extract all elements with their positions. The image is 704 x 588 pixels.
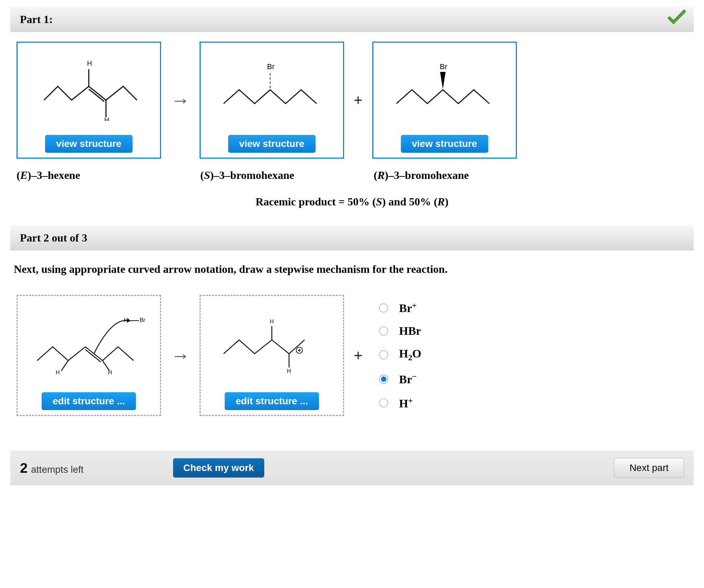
edit-structure-button-2[interactable]: edit structure ... — [225, 392, 319, 410]
mechanism-edit-box-1: H H H Br edit structure ... — [17, 295, 161, 416]
structure-box-3: Br view structure — [372, 42, 517, 159]
svg-line-0 — [89, 86, 106, 100]
structure-label-3: (R)–3–bromohexane — [374, 169, 518, 182]
svg-marker-11 — [440, 72, 446, 89]
byproduct-radio-group: Br+ HBr H2O Br− H+ — [372, 301, 422, 410]
radio-option-br-plus[interactable]: Br+ — [379, 301, 422, 315]
radio-label-br-plus: Br+ — [399, 301, 417, 315]
radio-label-br-minus: Br− — [399, 372, 417, 386]
svg-text:Br: Br — [440, 62, 447, 71]
mechanism-drawing-1: H H H Br — [18, 296, 160, 387]
correct-checkmark-icon — [663, 5, 690, 34]
mechanism-arrow-icon: → — [169, 344, 192, 366]
svg-text:H: H — [270, 319, 274, 324]
radio-input-br-plus[interactable] — [379, 303, 388, 312]
svg-text:H: H — [56, 370, 60, 375]
svg-line-14 — [85, 350, 101, 362]
radio-input-h-plus[interactable] — [379, 398, 388, 407]
racemic-note: Racemic product = 50% (S) and 50% (R) — [10, 192, 694, 225]
structure-box-2: Br view structure — [200, 42, 344, 159]
attempts-text: attempts left — [31, 464, 84, 475]
part2-header: Part 2 out of 3 — [10, 225, 694, 250]
molecule-drawing-e-3-hexene: H H — [18, 43, 160, 130]
radio-label-h-plus: H+ — [399, 396, 413, 410]
radio-input-h2o[interactable] — [379, 350, 388, 359]
svg-line-1 — [89, 89, 104, 101]
part1-structures-row: H H view structure → Br view structure — [10, 42, 694, 165]
svg-line-15 — [61, 361, 68, 371]
mechanism-edit-box-2: H H edit structure ... — [200, 295, 344, 416]
svg-text:H: H — [287, 368, 291, 374]
part2-title: Part 2 out of 3 — [20, 232, 87, 244]
radio-input-br-minus[interactable] — [379, 375, 388, 384]
structure-label-1: (E)–3–hexene — [17, 169, 161, 182]
view-structure-button-2[interactable]: view structure — [228, 135, 316, 153]
mechanism-drawing-2: H H — [201, 296, 343, 387]
plus-icon: + — [352, 92, 365, 109]
footer-bar: 2 attempts left Check my work Next part — [10, 450, 694, 485]
molecule-drawing-r-3-bromohexane: Br — [373, 43, 516, 130]
mechanism-plus-icon: + — [352, 347, 365, 364]
part1-labels-row: (E)–3–hexene (S)–3–bromohexane (R)–3–bro… — [10, 165, 694, 192]
structure-box-1: H H view structure — [17, 42, 161, 159]
svg-text:H: H — [104, 116, 109, 121]
svg-text:H: H — [124, 317, 128, 323]
svg-text:Br: Br — [140, 317, 146, 323]
molecule-drawing-s-3-bromohexane: Br — [201, 43, 343, 130]
radio-label-h2o: H2O — [399, 347, 422, 362]
attempts-number: 2 — [20, 460, 28, 476]
radio-option-hbr[interactable]: HBr — [379, 324, 422, 338]
reaction-arrow-icon: → — [169, 89, 192, 111]
edit-structure-button-1[interactable]: edit structure ... — [42, 392, 136, 410]
attempts-left: 2 attempts left — [20, 460, 84, 476]
part2-instruction: Next, using appropriate curved arrow not… — [10, 263, 694, 295]
radio-option-h2o[interactable]: H2O — [379, 347, 422, 362]
svg-text:H: H — [87, 60, 92, 67]
radio-option-h-plus[interactable]: H+ — [379, 396, 422, 410]
view-structure-button-3[interactable]: view structure — [401, 135, 488, 153]
part1-title: Part 1: — [20, 13, 53, 25]
part1-header: Part 1: — [10, 7, 694, 32]
mechanism-row: H H H Br edit structure ... → H H — [10, 295, 694, 430]
structure-label-2: (S)–3–bromohexane — [200, 169, 345, 182]
view-structure-button-1[interactable]: view structure — [45, 135, 132, 153]
check-my-work-button[interactable]: Check my work — [173, 458, 264, 478]
svg-text:H: H — [108, 370, 112, 375]
radio-option-br-minus[interactable]: Br− — [379, 372, 422, 386]
next-part-button[interactable]: Next part — [614, 458, 684, 478]
svg-text:Br: Br — [267, 62, 275, 71]
radio-input-hbr[interactable] — [379, 327, 388, 335]
radio-label-hbr: HBr — [399, 324, 421, 338]
